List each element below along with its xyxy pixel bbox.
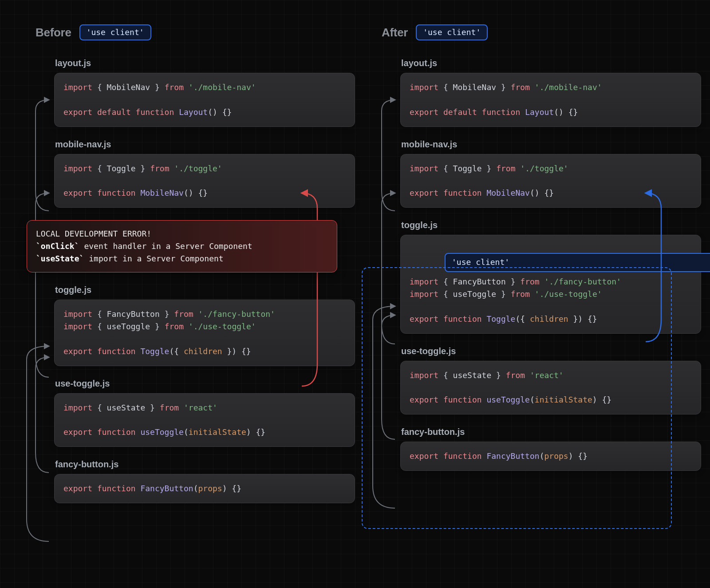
code-card: import { MobileNav } from './mobile-nav'… [400, 73, 701, 127]
code-card: import { FancyButton } from './fancy-but… [54, 300, 355, 366]
code-card: import { Toggle } from './toggle' export… [54, 154, 355, 208]
before-header: Before 'use client' [36, 24, 355, 40]
code-card: import { MobileNav } from './mobile-nav'… [54, 73, 355, 127]
error-line-2: `useState` import in a Server Component [36, 253, 328, 265]
filename: fancy-button.js [401, 427, 701, 437]
file-mobilenav: mobile-nav.js import { Toggle } from './… [54, 139, 355, 208]
use-client-badge: 'use client' [416, 24, 488, 40]
filename: mobile-nav.js [401, 139, 701, 150]
code-card: 'use client' import { FancyButton } from… [400, 235, 701, 333]
filename: toggle.js [401, 220, 701, 230]
file-layout: layout.js import { MobileNav } from './m… [400, 58, 701, 127]
filename: fancy-button.js [55, 459, 355, 470]
file-mobilenav: mobile-nav.js import { Toggle } from './… [400, 139, 701, 208]
filename: layout.js [55, 58, 355, 68]
code-card: export function FancyButton(props) {} [400, 442, 701, 471]
file-toggle: toggle.js 'use client' import { FancyBut… [400, 220, 701, 333]
file-layout: layout.js import { MobileNav } from './m… [54, 58, 355, 127]
filename: use-toggle.js [401, 346, 701, 356]
code-card: import { Toggle } from './toggle' export… [400, 154, 701, 208]
before-label: Before [36, 26, 71, 39]
code-card: import { useState } from 'react' export … [54, 393, 355, 447]
after-header: After 'use client' [382, 24, 701, 40]
use-client-directive: 'use client' [445, 253, 710, 272]
code-card: export function FancyButton(props) {} [54, 474, 355, 503]
file-toggle: toggle.js import { FancyButton } from '.… [54, 285, 355, 366]
use-client-badge: 'use client' [79, 24, 151, 40]
filename: use-toggle.js [55, 379, 355, 389]
file-fancybutton: fancy-button.js export function FancyBut… [400, 427, 701, 471]
code-card: import { useState } from 'react' export … [400, 361, 701, 415]
filename: toggle.js [55, 285, 355, 295]
error-line-1: `onClick` event handler in a Server Comp… [36, 240, 328, 253]
before-column: Before 'use client' layout.js import { M… [36, 24, 355, 516]
after-label: After [382, 26, 408, 39]
file-fancybutton: fancy-button.js export function FancyBut… [54, 459, 355, 503]
filename: mobile-nav.js [55, 139, 355, 150]
file-usetoggle: use-toggle.js import { useState } from '… [54, 379, 355, 447]
file-usetoggle: use-toggle.js import { useState } from '… [400, 346, 701, 415]
filename: layout.js [401, 58, 701, 68]
error-title: LOCAL DEVELOPMENT ERROR! [36, 228, 328, 240]
after-column: After 'use client' layout.js import { Mo… [382, 24, 701, 483]
error-card: LOCAL DEVELOPMENT ERROR! `onClick` event… [27, 220, 337, 272]
